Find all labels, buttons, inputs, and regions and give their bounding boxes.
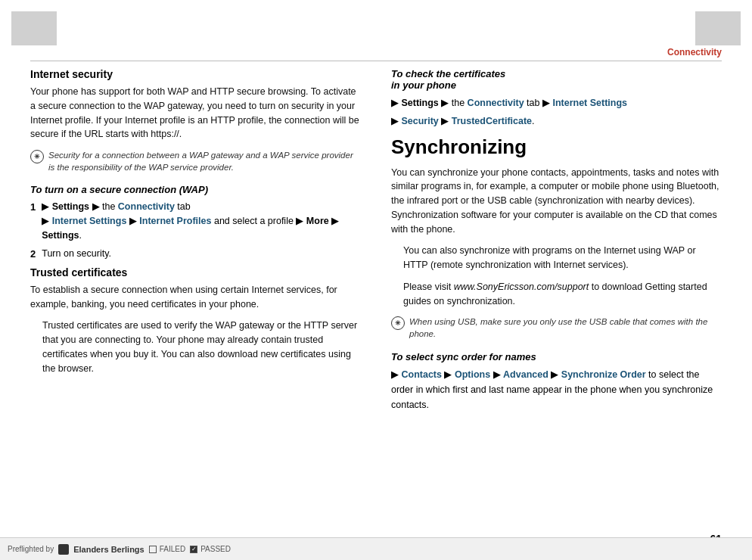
sync-synchronize-order: Synchronize Order [561, 369, 646, 380]
secure-connection-heading: To turn on a secure connection (WAP) [30, 184, 361, 195]
step-1-connectivity: Connectivity [118, 201, 175, 212]
sync-order-nav: ▶ Contacts ▶ Options ▶ Advanced ▶ Synchr… [391, 367, 722, 412]
step-1-period: . [79, 230, 82, 241]
step-2: 2 Turn on security. [30, 247, 361, 262]
secure-connection-heading-text: To turn on a secure connection (WAP) [30, 184, 208, 195]
failed-checkbox-item: FAILED [149, 545, 185, 553]
trusted-certs-heading: Trusted certificates [30, 266, 361, 278]
step-1-arrow2: ▶ [89, 201, 102, 212]
internet-security-body: Your phone has support for both WAP and … [30, 85, 361, 142]
sync-arrow4: ▶ [548, 369, 561, 380]
step-1: 1 ▶ Settings ▶ the Connectivity tab ▶ In… [30, 200, 361, 242]
tip-box-2: When using USB, make sure you only use t… [391, 316, 722, 340]
nav1-internet-settings: Internet Settings [552, 98, 627, 108]
nav2-security: Security [401, 116, 438, 126]
right-column: To check the certificatesin your phone ▶… [391, 68, 722, 522]
nav1-arrow: ▶ [391, 98, 401, 108]
sync-advanced: Advanced [503, 369, 548, 380]
sync-order-heading: To select sync order for names [391, 351, 722, 362]
sync-body1: You can synchronize your phone contacts,… [391, 166, 722, 237]
step-1-settings2: Settings [42, 230, 79, 241]
nav1-settings: Settings [401, 98, 438, 108]
sync-body3-prefix: Please visit [403, 282, 454, 292]
page: Connectivity Internet security Your phon… [0, 0, 752, 560]
step-1-tab: tab [175, 201, 191, 212]
passed-checkbox: ✓ [190, 546, 197, 553]
nav2-arrow: ▶ [391, 116, 401, 126]
sync-body3: Please visit www.SonyEricsson.com/suppor… [403, 280, 722, 309]
nav1-connectivity: Connectivity [468, 98, 524, 108]
sync-arrow2: ▶ [442, 369, 455, 380]
nav2-arrow2: ▶ [439, 116, 452, 126]
nav1-tab: tab ▶ [524, 98, 553, 108]
header-right-block [695, 11, 741, 45]
sync-website: www.SonyEricsson.com/support [454, 282, 589, 292]
nav1-the: the [452, 98, 468, 108]
content-area: Internet security Your phone has support… [30, 68, 722, 522]
step-2-num: 2 [30, 247, 36, 262]
sync-arrow1: ▶ [391, 369, 401, 380]
chapter-title: Connectivity [667, 47, 722, 58]
step-1-arrow5: ▶ [329, 216, 339, 226]
sync-arrow3: ▶ [490, 369, 503, 380]
elanders-icon [58, 544, 69, 555]
header-area [0, 0, 752, 64]
header-left-block [11, 11, 57, 45]
elanders-logo: Elanders Berlings [73, 545, 144, 554]
passed-checkbox-item: ✓ PASSED [190, 545, 231, 553]
check-certs-heading: To check the certificatesin your phone [391, 68, 722, 91]
check-certs-nav2: ▶ Security ▶ TrustedCertificate. [391, 114, 722, 129]
left-column: Internet security Your phone has support… [30, 68, 361, 522]
nav1-arrow2: ▶ [439, 98, 452, 108]
failed-label: FAILED [160, 545, 185, 553]
step-1-arrow1: ▶ [42, 201, 51, 212]
step-1-nav1: ▶ Settings ▶ the Connectivity tab [42, 200, 361, 214]
nav2-trusted-cert: TrustedCertificate [452, 116, 532, 126]
check-certs-heading-text: To check the certificatesin your phone [391, 68, 505, 91]
tip-text-2: When using USB, make sure you only use t… [409, 316, 722, 340]
sync-options: Options [455, 369, 490, 380]
preflight-label: Preflighted by [8, 545, 54, 553]
step-2-text: Turn on security. [42, 247, 111, 262]
tip-icon-2 [391, 316, 405, 330]
bottom-bar: Preflighted by Elanders Berlings FAILED … [0, 537, 752, 560]
step-1-arrow3: ▶ [42, 216, 51, 226]
check-certs-nav1: ▶ Settings ▶ the Connectivity tab ▶ Inte… [391, 95, 722, 110]
internet-security-heading: Internet security [30, 68, 361, 80]
step-1-num: 1 [30, 200, 36, 242]
sync-body2: You can also synchronize with programs o… [403, 244, 722, 272]
passed-label: PASSED [200, 545, 231, 553]
step-1-settings: Settings [52, 201, 89, 212]
step-1-internet-profiles: Internet Profiles [139, 216, 211, 226]
tip-text-1: Security for a connection between a WAP … [48, 149, 361, 173]
tip-icon-1 [30, 150, 44, 163]
header-divider [30, 61, 722, 61]
step-1-more: More [306, 216, 329, 226]
nav2-period: . [532, 116, 534, 126]
synchronizing-heading: Synchronizing [391, 136, 722, 158]
failed-checkbox [149, 546, 157, 553]
tip-box-1: Security for a connection between a WAP … [30, 149, 361, 173]
step-1-the: the [102, 201, 118, 212]
trusted-certs-body2: Trusted certificates are used to verify … [42, 319, 361, 375]
sync-contacts: Contacts [401, 369, 441, 380]
step-1-nav2: ▶ Internet Settings ▶ Internet Profiles … [42, 214, 361, 243]
step-1-and-select: and select a profile ▶ [211, 216, 306, 226]
step-1-arrow4: ▶ [126, 216, 139, 226]
step-1-content: ▶ Settings ▶ the Connectivity tab ▶ Inte… [42, 200, 361, 242]
trusted-certs-body1: To establish a secure connection when us… [30, 283, 361, 312]
sync-order-heading-text: To select sync order for names [391, 351, 536, 362]
step-1-internet-settings: Internet Settings [52, 216, 127, 226]
